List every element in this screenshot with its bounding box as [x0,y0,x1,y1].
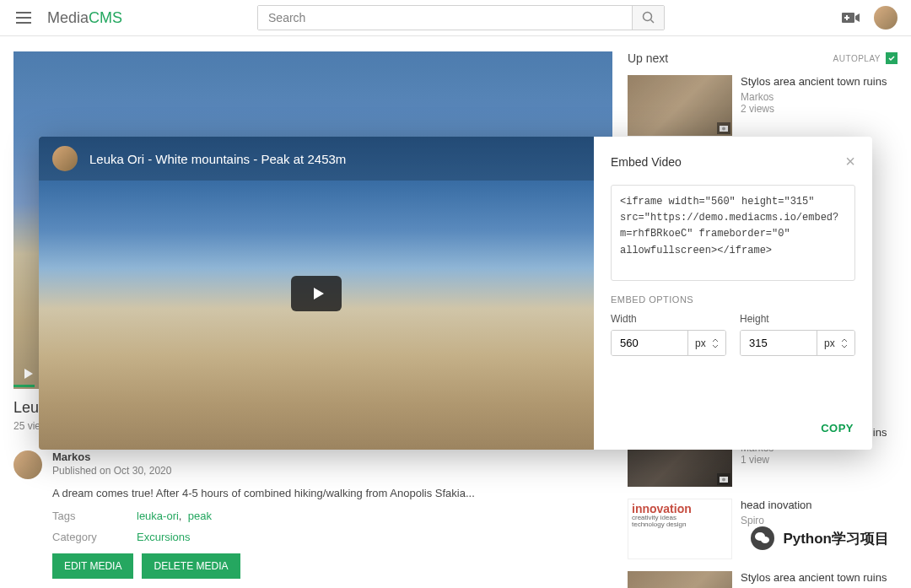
height-unit-select[interactable]: px [817,331,854,355]
preview-title: Leuka Ori - White mountains - Peak at 24… [89,152,346,166]
watermark-text: Python学习项目 [783,529,889,548]
height-input[interactable] [741,331,817,355]
width-unit-select[interactable]: px [687,331,725,355]
chevron-updown-icon [841,338,848,348]
copy-button[interactable]: COPY [821,422,854,434]
play-icon [310,285,326,302]
embed-preview[interactable]: Leuka Ori - White mountains - Peak at 24… [39,137,594,450]
embed-code-textarea[interactable]: <iframe width="560" height="315" src="ht… [611,185,855,281]
svg-point-10 [761,537,769,543]
height-label: Height [740,313,855,325]
embed-modal: Leuka Ori - White mountains - Peak at 24… [39,137,872,450]
embed-panel: Embed Video × <iframe width="560" height… [594,137,872,450]
width-input[interactable] [612,331,687,355]
preview-play-button[interactable] [291,276,342,311]
wechat-icon [751,526,774,550]
modal-title: Embed Video [611,155,682,169]
watermark: Python学习项目 [748,524,898,553]
preview-avatar [52,146,78,171]
modal-close-button[interactable]: × [845,152,855,171]
embed-options-label: EMBED OPTIONS [611,294,855,305]
chevron-updown-icon [712,338,719,348]
width-label: Width [611,313,726,325]
